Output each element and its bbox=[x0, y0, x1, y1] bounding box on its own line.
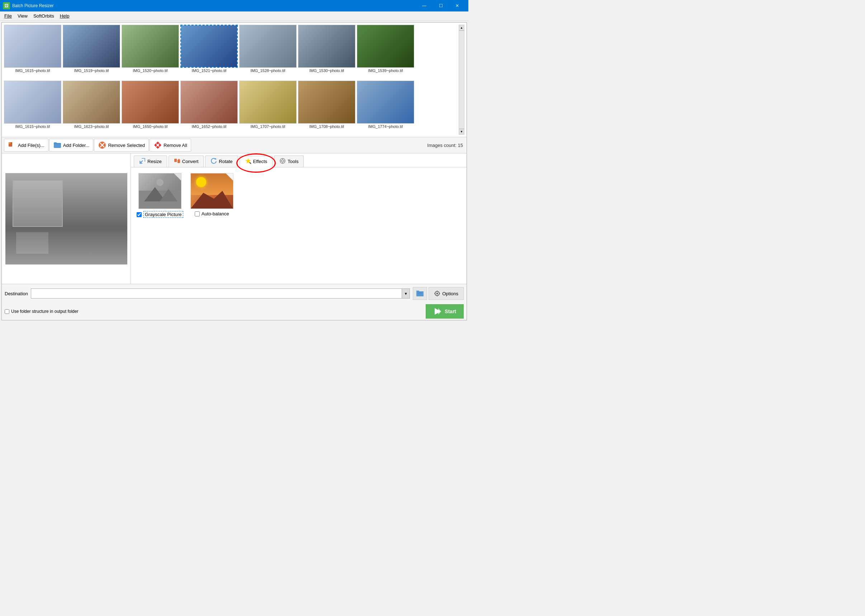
menu-softorbits[interactable]: SoftOrbits bbox=[30, 13, 57, 19]
grid-scrollbar[interactable]: ▲ ▼ bbox=[458, 25, 465, 135]
add-folder-button[interactable]: Add Folder... bbox=[49, 139, 94, 152]
rotate-tab-icon bbox=[211, 158, 217, 165]
window-title: Batch Picture Resizer bbox=[12, 3, 416, 8]
remove-all-button[interactable]: Remove All bbox=[150, 139, 191, 152]
menu-bar: File View SoftOrbits Help bbox=[0, 11, 468, 21]
scroll-up-button[interactable]: ▲ bbox=[459, 25, 464, 31]
image-thumb-5 bbox=[239, 25, 296, 68]
add-folder-label: Add Folder... bbox=[63, 143, 90, 148]
image-label-12: IMG_1707~photo.tif bbox=[251, 124, 285, 129]
image-thumb-10 bbox=[121, 81, 179, 124]
image-thumb-12 bbox=[239, 81, 296, 124]
tab-rotate[interactable]: Rotate bbox=[205, 156, 238, 167]
destination-label: Destination bbox=[5, 291, 28, 296]
image-cell-2[interactable]: IMG_1519~photo.tif bbox=[63, 25, 120, 79]
autobalance-checkbox[interactable] bbox=[195, 211, 200, 217]
svg-point-31 bbox=[282, 160, 284, 162]
image-thumb-6 bbox=[298, 25, 355, 68]
remove-selected-icon bbox=[98, 141, 107, 149]
gray-mountain-2 bbox=[159, 189, 178, 201]
image-label-2: IMG_1519~photo.tif bbox=[74, 68, 109, 73]
image-cell-9[interactable]: IMG_1623~photo.tif bbox=[63, 81, 120, 135]
tab-resize[interactable]: Resize bbox=[134, 156, 167, 167]
scroll-track bbox=[459, 31, 464, 129]
image-grid-container: IMG_1615~photo.tif IMG_1519~photo.tif IM… bbox=[2, 23, 466, 137]
img-placeholder-3 bbox=[122, 25, 179, 68]
tab-convert[interactable]: Convert bbox=[169, 156, 204, 167]
autobalance-thumb-container bbox=[191, 173, 233, 209]
scroll-down-button[interactable]: ▼ bbox=[459, 129, 464, 134]
tab-convert-label: Convert bbox=[182, 159, 199, 164]
image-cell-13[interactable]: IMG_1708~photo.tif bbox=[298, 81, 355, 135]
image-label-3: IMG_1520~photo.tif bbox=[133, 68, 168, 73]
start-button[interactable]: Start bbox=[426, 304, 464, 319]
remove-selected-button[interactable]: Remove Selected bbox=[94, 139, 149, 152]
image-cell-11[interactable]: IMG_1652~photo.tif bbox=[180, 81, 238, 135]
image-cell-14[interactable]: IMG_1774~photo.tif bbox=[357, 81, 414, 135]
folder-structure-checkbox[interactable] bbox=[5, 309, 9, 314]
image-label-1: IMG_1615~photo.tif bbox=[16, 68, 50, 73]
menu-view[interactable]: View bbox=[15, 13, 30, 19]
image-thumb-13 bbox=[298, 81, 355, 124]
gear-icon bbox=[434, 290, 440, 297]
image-cell-5[interactable]: IMG_1528~photo.tif bbox=[239, 25, 296, 79]
tab-effects[interactable]: Effects bbox=[239, 156, 273, 167]
image-label-10: IMG_1650~photo.tif bbox=[133, 124, 168, 129]
tab-tools-label: Tools bbox=[288, 159, 298, 164]
remove-all-icon bbox=[153, 141, 162, 149]
toolbar: Add File(s)... Add Folder... Remove Sele… bbox=[2, 137, 466, 153]
image-thumb-4 bbox=[180, 25, 238, 68]
image-cell-3[interactable]: IMG_1520~photo.tif bbox=[121, 25, 179, 79]
grayscale-check-row: Grayscale Picture bbox=[137, 211, 183, 218]
image-thumb-8 bbox=[4, 81, 61, 124]
add-files-button[interactable]: Add File(s)... bbox=[4, 139, 49, 152]
start-label: Start bbox=[445, 308, 456, 314]
app-icon: 🖼 bbox=[3, 2, 10, 9]
destination-input[interactable] bbox=[31, 289, 402, 299]
image-thumb-3 bbox=[121, 25, 179, 68]
close-button[interactable]: ✕ bbox=[449, 0, 465, 11]
remove-all-label: Remove All bbox=[164, 143, 187, 148]
svg-marker-47 bbox=[438, 308, 441, 314]
image-cell-1[interactable]: IMG_1615~photo.tif bbox=[4, 25, 61, 79]
preview-image bbox=[5, 173, 127, 264]
effects-tab-content: Grayscale Picture bbox=[131, 167, 466, 284]
img-placeholder-10 bbox=[122, 81, 179, 123]
minimize-button[interactable]: — bbox=[416, 0, 433, 11]
images-count: Images count: 15 bbox=[427, 143, 465, 148]
tabs-bar: Resize Convert bbox=[131, 153, 466, 167]
img-placeholder-5 bbox=[239, 25, 296, 68]
menu-help[interactable]: Help bbox=[57, 13, 72, 19]
add-files-icon bbox=[8, 141, 16, 149]
page-curl-autobalance bbox=[226, 173, 233, 181]
start-icon bbox=[433, 307, 443, 316]
main-container: IMG_1615~photo.tif IMG_1519~photo.tif IM… bbox=[2, 22, 467, 321]
grayscale-thumb bbox=[139, 173, 181, 209]
menu-file[interactable]: File bbox=[2, 13, 15, 19]
tab-effects-label: Effects bbox=[253, 159, 268, 164]
image-cell-12[interactable]: IMG_1707~photo.tif bbox=[239, 81, 296, 135]
image-cell-6[interactable]: IMG_1530~photo.tif bbox=[298, 25, 355, 79]
grayscale-checkbox[interactable] bbox=[137, 212, 142, 217]
tools-tab-icon bbox=[279, 158, 286, 165]
effects-grid: Grayscale Picture bbox=[137, 173, 461, 218]
destination-dropdown-button[interactable]: ▼ bbox=[402, 289, 410, 299]
image-cell-7[interactable]: IMG_1539~photo.tif bbox=[357, 25, 414, 79]
bottom-panel: Resize Convert bbox=[2, 153, 466, 284]
destination-folder-button[interactable] bbox=[413, 287, 427, 300]
svg-point-41 bbox=[436, 293, 438, 295]
tab-tools[interactable]: Tools bbox=[274, 156, 304, 167]
image-cell-4[interactable]: IMG_1521~photo.tif bbox=[180, 25, 238, 79]
resize-tab-icon bbox=[139, 158, 146, 165]
img-placeholder-12 bbox=[239, 81, 296, 123]
grayscale-label: Grayscale Picture bbox=[143, 211, 183, 218]
page-curl-grayscale bbox=[174, 173, 181, 181]
maximize-button[interactable]: ☐ bbox=[433, 0, 449, 11]
image-cell-10[interactable]: IMG_1650~photo.tif bbox=[121, 81, 179, 135]
image-thumb-9 bbox=[63, 81, 120, 124]
options-button[interactable]: Options bbox=[429, 287, 464, 300]
destination-combo: ▼ bbox=[31, 289, 410, 299]
image-cell-8[interactable]: IMG_1615~photo.tif bbox=[4, 81, 61, 135]
convert-tab-icon bbox=[174, 158, 180, 165]
image-label-8: IMG_1615~photo.tif bbox=[16, 124, 50, 129]
